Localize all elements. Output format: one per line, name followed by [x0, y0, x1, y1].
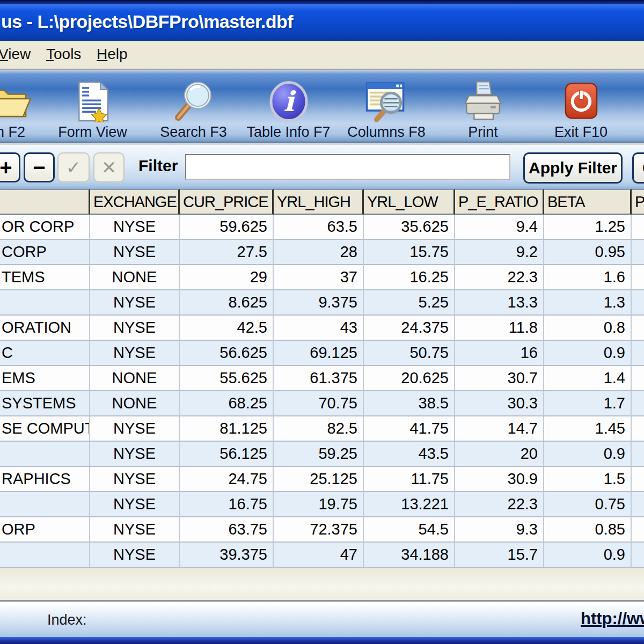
cell-partial[interactable]	[632, 316, 644, 341]
cell-partial[interactable]	[632, 215, 644, 240]
cell-yrl-low[interactable]: 43.5	[364, 442, 455, 467]
column-header[interactable]: EXCHANGE	[90, 189, 180, 215]
cancel-edit-button[interactable]: ✕	[93, 152, 125, 182]
cell-yrl-low[interactable]: 5.25	[364, 290, 455, 316]
column-header[interactable]: YRL_HIGH	[274, 189, 364, 215]
table-row[interactable]: EMSNONE55.62561.37520.62530.71.4	[0, 366, 644, 391]
cell-yrl-high[interactable]: 47	[274, 543, 364, 568]
cell-cur-price[interactable]: 24.75	[180, 467, 274, 492]
cell-name[interactable]	[0, 442, 90, 467]
cell-cur-price[interactable]: 42.5	[180, 316, 274, 341]
cell-beta[interactable]: 0.9	[544, 341, 632, 366]
cell-beta[interactable]: 1.5	[544, 467, 632, 492]
cell-name[interactable]	[0, 543, 90, 568]
cell-cur-price[interactable]: 27.5	[180, 240, 274, 265]
cell-exchange[interactable]: NYSE	[90, 416, 180, 442]
cell-pe-ratio[interactable]: 13.3	[455, 290, 544, 316]
column-header[interactable]	[0, 189, 90, 215]
cell-beta[interactable]: 0.95	[544, 240, 632, 265]
table-row[interactable]: TEMSNONE293716.2522.31.6	[0, 265, 644, 290]
cell-exchange[interactable]: NONE	[90, 265, 180, 290]
cell-partial[interactable]	[632, 341, 644, 366]
cell-cur-price[interactable]: 39.375	[180, 543, 274, 568]
cell-yrl-high[interactable]: 37	[274, 265, 364, 290]
cell-yrl-high[interactable]: 25.125	[274, 467, 364, 492]
cell-exchange[interactable]: NYSE	[90, 240, 180, 265]
form-view-button[interactable]: Form View	[51, 70, 134, 143]
table-row[interactable]: ORPNYSE63.7572.37554.59.30.85	[0, 517, 644, 543]
cell-partial[interactable]	[632, 517, 644, 543]
cell-pe-ratio[interactable]: 9.4	[455, 215, 544, 240]
cell-exchange[interactable]: NYSE	[90, 467, 180, 492]
cell-yrl-high[interactable]: 82.5	[274, 416, 364, 442]
cell-exchange[interactable]: NYSE	[90, 341, 180, 366]
cell-pe-ratio[interactable]: 9.3	[455, 517, 544, 543]
menu-view[interactable]: View	[0, 46, 31, 63]
cell-yrl-high[interactable]: 61.375	[274, 366, 364, 391]
cell-partial[interactable]	[632, 492, 644, 517]
cell-pe-ratio[interactable]: 20	[455, 442, 544, 467]
cell-name[interactable]: CORP	[0, 240, 90, 265]
cell-beta[interactable]: 1.4	[544, 366, 632, 391]
cell-exchange[interactable]: NYSE	[90, 215, 180, 240]
filter-input[interactable]	[185, 154, 510, 180]
cell-pe-ratio[interactable]: 22.3	[455, 492, 544, 517]
cell-cur-price[interactable]: 63.75	[180, 517, 274, 543]
column-header[interactable]: P_E_RATIO	[455, 189, 544, 215]
title-bar[interactable]: us - L:\projects\DBFPro\master.dbf	[0, 4, 644, 41]
cell-beta[interactable]: 0.9	[544, 543, 632, 568]
cell-name[interactable]	[0, 290, 90, 316]
cell-yrl-high[interactable]: 9.375	[274, 290, 364, 316]
cell-pe-ratio[interactable]: 30.7	[455, 366, 544, 391]
columns-button[interactable]: Columns F8	[346, 70, 427, 143]
apply-filter-button[interactable]: Apply Filter	[523, 152, 623, 184]
cell-yrl-low[interactable]: 24.375	[364, 316, 455, 341]
column-header[interactable]: P	[632, 189, 644, 215]
cell-cur-price[interactable]: 29	[180, 265, 274, 290]
cell-pe-ratio[interactable]: 30.3	[455, 391, 544, 416]
cell-yrl-high[interactable]: 59.25	[274, 442, 364, 467]
post-edit-button[interactable]: ✓	[57, 152, 90, 182]
cell-exchange[interactable]: NONE	[90, 366, 180, 391]
cell-cur-price[interactable]: 59.625	[180, 215, 274, 240]
cell-exchange[interactable]: NYSE	[90, 316, 180, 341]
cell-beta[interactable]: 1.7	[544, 391, 632, 416]
cell-yrl-high[interactable]: 70.75	[274, 391, 364, 416]
cell-yrl-high[interactable]: 63.5	[274, 215, 364, 240]
table-row[interactable]: SYSTEMSNONE68.2570.7538.530.31.7	[0, 391, 644, 416]
cell-yrl-high[interactable]: 19.75	[274, 492, 364, 517]
cell-yrl-high[interactable]: 72.375	[274, 517, 364, 543]
cell-yrl-low[interactable]: 38.5	[364, 391, 455, 416]
cell-partial[interactable]	[632, 467, 644, 492]
cell-beta[interactable]: 1.3	[544, 290, 632, 316]
cell-name[interactable]: OR CORP	[0, 215, 90, 240]
cell-exchange[interactable]: NYSE	[90, 517, 180, 543]
cell-yrl-high[interactable]: 43	[274, 316, 364, 341]
table-row[interactable]: RAPHICSNYSE24.7525.12511.7530.91.5	[0, 467, 644, 492]
exit-button[interactable]: Exit F10	[539, 70, 623, 143]
cell-cur-price[interactable]: 8.625	[180, 290, 274, 316]
cell-name[interactable]: ORP	[0, 517, 90, 543]
table-row[interactable]: NYSE8.6259.3755.2513.31.3	[0, 290, 644, 316]
cell-yrl-low[interactable]: 13.221	[364, 492, 455, 517]
website-link[interactable]: http://ww	[581, 609, 644, 628]
cell-name[interactable]: C	[0, 341, 90, 366]
table-row[interactable]: NYSE39.3754734.18815.70.9	[0, 543, 644, 568]
menu-tools[interactable]: Tools	[46, 46, 81, 63]
cell-cur-price[interactable]: 81.125	[180, 416, 274, 442]
cell-beta[interactable]: 0.9	[544, 442, 632, 467]
cell-partial[interactable]	[632, 240, 644, 265]
cell-name[interactable]	[0, 492, 90, 517]
cell-partial[interactable]	[632, 543, 644, 568]
cell-cur-price[interactable]: 16.75	[180, 492, 274, 517]
cell-yrl-low[interactable]: 20.625	[364, 366, 455, 391]
cell-exchange[interactable]: NYSE	[90, 543, 180, 568]
cell-pe-ratio[interactable]: 22.3	[455, 265, 544, 290]
cell-partial[interactable]	[632, 416, 644, 442]
cell-exchange[interactable]: NYSE	[90, 442, 180, 467]
cell-beta[interactable]: 0.75	[544, 492, 632, 517]
table-row[interactable]: SE COMPUTENYSE81.12582.541.7514.71.45	[0, 416, 644, 442]
column-header[interactable]: CUR_PRICE	[180, 189, 274, 215]
column-header[interactable]: YRL_LOW	[364, 189, 455, 215]
clear-filter-button[interactable]: C	[632, 152, 644, 184]
